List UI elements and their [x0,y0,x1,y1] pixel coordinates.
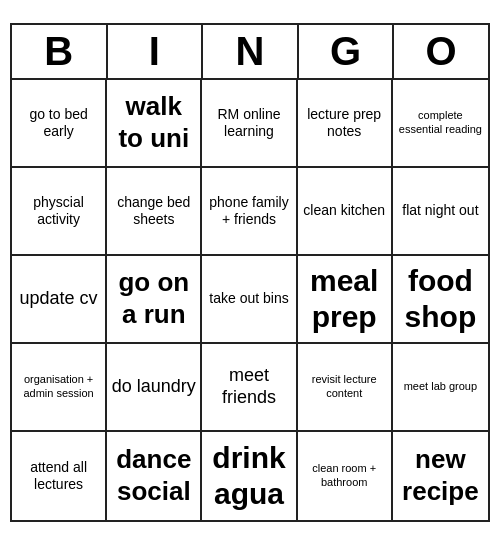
bingo-cell-21: dance social [107,432,202,520]
bingo-cell-18: revisit lecture content [298,344,393,432]
header-letter-O: O [394,25,488,78]
bingo-cell-23: clean room + bathroom [298,432,393,520]
header-letter-B: B [12,25,108,78]
bingo-cell-8: clean kitchen [298,168,393,256]
bingo-cell-0: go to bed early [12,80,107,168]
bingo-cell-9: flat night out [393,168,488,256]
bingo-cell-16: do laundry [107,344,202,432]
bingo-cell-6: change bed sheets [107,168,202,256]
bingo-cell-17: meet friends [202,344,297,432]
bingo-cell-20: attend all lectures [12,432,107,520]
bingo-cell-22: drink agua [202,432,297,520]
header-letter-N: N [203,25,299,78]
bingo-cell-14: food shop [393,256,488,344]
bingo-cell-4: complete essential reading [393,80,488,168]
bingo-cell-24: new recipe [393,432,488,520]
bingo-cell-5: physcial activity [12,168,107,256]
header-letter-G: G [299,25,395,78]
bingo-card: BINGO go to bed earlywalk to uniRM onlin… [10,23,490,522]
bingo-cell-11: go on a run [107,256,202,344]
bingo-cell-12: take out bins [202,256,297,344]
bingo-cell-3: lecture prep notes [298,80,393,168]
header-letter-I: I [108,25,204,78]
bingo-cell-13: meal prep [298,256,393,344]
bingo-cell-7: phone family + friends [202,168,297,256]
bingo-grid: go to bed earlywalk to uniRM online lear… [12,80,488,520]
bingo-cell-19: meet lab group [393,344,488,432]
bingo-header: BINGO [12,25,488,80]
bingo-cell-2: RM online learning [202,80,297,168]
bingo-cell-1: walk to uni [107,80,202,168]
bingo-cell-15: organisation + admin session [12,344,107,432]
bingo-cell-10: update cv [12,256,107,344]
